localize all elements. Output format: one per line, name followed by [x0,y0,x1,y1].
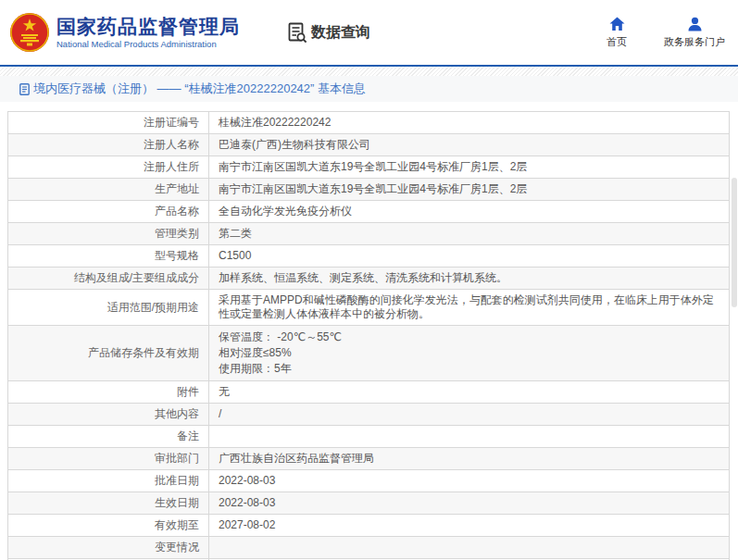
row-value: 广西壮族自治区药品监督管理局 [209,448,730,470]
hatch-divider [0,67,738,76]
row-label: 注册人住所 [8,156,209,179]
row-value: 南宁市江南区国凯大道东19号全凯工业园4号标准厂房1层、2层 [209,179,730,201]
breadcrumb-text: 境内医疗器械（注册） —— “桂械注准20222220242” 基本信息 [33,81,366,97]
row-label: 产品储存条件及有效期 [8,326,209,381]
row-label: 管理类别 [8,223,209,245]
org-name-cn: 国家药品监督管理局 [56,16,240,37]
row-label: 型号规格 [8,245,209,268]
data-query-label: 数据查询 [311,23,370,43]
breadcrumb: 境内医疗器械（注册） —— “桂械注准20222220242” 基本信息 [0,76,738,102]
nav-item-portal[interactable]: 政务服务门户 [664,17,725,49]
row-value: 2027-08-02 [209,515,730,537]
table-row: 生产地址南宁市江南区国凯大道东19号全凯工业园4号标准厂房1层、2层 [8,179,730,201]
row-value: 保管温度： -20℃～55℃相对湿度≤85%使用期限：5年 [209,326,730,381]
table-row: 批准日期2022-08-03 [8,470,730,492]
row-label: 注册人名称 [8,134,209,156]
row-label: 变更情况 [8,537,209,559]
table-row: 注册人名称巴迪泰(广西)生物科技有限公司 [8,134,730,156]
table-row: 适用范围/预期用途采用基于AMPPD和碱性磷酸酶的间接化学发光法，与配套的检测试… [8,290,730,326]
site-header: 国家药品监督管理局 National Medical Products Admi… [0,0,738,67]
row-value: 桂械注准20222220242 [209,112,730,134]
table-row: 管理类别第二类 [8,223,730,245]
row-value: C1500 [209,245,730,268]
row-value: 无 [209,381,730,404]
org-name-en: National Medical Products Administration [56,40,240,49]
nav-portal-label: 政务服务门户 [664,35,725,49]
row-label: 批准日期 [8,470,209,492]
row-label: 备注 [8,426,209,448]
info-table-body: 注册证编号桂械注准20222220242注册人名称巴迪泰(广西)生物科技有限公司… [8,112,730,560]
document-search-icon [288,22,307,44]
row-label: 生效日期 [8,492,209,515]
table-row: 产品储存条件及有效期保管温度： -20℃～55℃相对湿度≤85%使用期限：5年 [8,326,730,381]
data-query-section[interactable]: 数据查询 [288,22,370,44]
row-label: 生产地址 [8,179,209,201]
row-value: 全自动化学发光免疫分析仪 [209,201,730,223]
table-row: 注册证编号桂械注准20222220242 [8,112,730,134]
row-value: 采用基于AMPPD和碱性磷酸酶的间接化学发光法，与配套的检测试剂共同使用，在临床… [209,290,730,326]
row-value: 加样系统、恒温系统、测定系统、清洗系统和计算机系统。 [209,268,730,290]
table-row: 生效日期2022-08-03 [8,492,730,515]
row-value: 第二类 [209,223,730,245]
nav-item-home[interactable]: 首页 [601,17,632,49]
row-label: 审批部门 [8,448,209,470]
table-row: 型号规格C1500 [8,245,730,268]
header-nav: 首页 政务服务门户 [601,17,725,49]
row-value: 南宁市江南区国凯大道东19号全凯工业园4号标准厂房1层、2层 [209,156,730,179]
table-row: 审批部门广西壮族自治区药品监督管理局 [8,448,730,470]
row-value: 巴迪泰(广西)生物科技有限公司 [209,134,730,156]
row-value: 2022-08-03 [209,470,730,492]
table-row: 注册人住所南宁市江南区国凯大道东19号全凯工业园4号标准厂房1层、2层 [8,156,730,179]
table-row: 变更情况 [8,537,730,559]
row-label: 附件 [8,381,209,404]
row-value: / [209,404,730,426]
table-row: 其他内容/ [8,404,730,426]
table-row: 备注 [8,426,730,448]
row-label: 注册证编号 [8,112,209,134]
row-label: 适用范围/预期用途 [8,290,209,326]
row-label: 有效期至 [8,515,209,537]
table-row: 产品名称全自动化学发光免疫分析仪 [8,201,730,223]
table-row: 附件无 [8,381,730,404]
row-value: 2022-08-03 [209,492,730,515]
table-row: 结构及组成/主要组成成分加样系统、恒温系统、测定系统、清洗系统和计算机系统。 [8,268,730,290]
registration-info-table: 注册证编号桂械注准20222220242注册人名称巴迪泰(广西)生物科技有限公司… [7,111,730,560]
table-row: 有效期至2027-08-02 [8,515,730,537]
scrollbar-thumb[interactable] [732,178,737,307]
home-icon [609,17,625,31]
registration-info: 注册证编号桂械注准20222220242注册人名称巴迪泰(广西)生物科技有限公司… [7,111,730,560]
nav-home-label: 首页 [607,35,627,49]
row-label: 结构及组成/主要组成成分 [8,268,209,290]
row-label: 产品名称 [8,201,209,223]
row-value [209,426,730,448]
row-label: 其他内容 [8,404,209,426]
user-icon [687,17,703,31]
org-title-block: 国家药品监督管理局 National Medical Products Admi… [56,16,240,50]
row-value [209,537,730,559]
document-icon [19,83,30,95]
national-emblem-icon [9,12,50,53]
